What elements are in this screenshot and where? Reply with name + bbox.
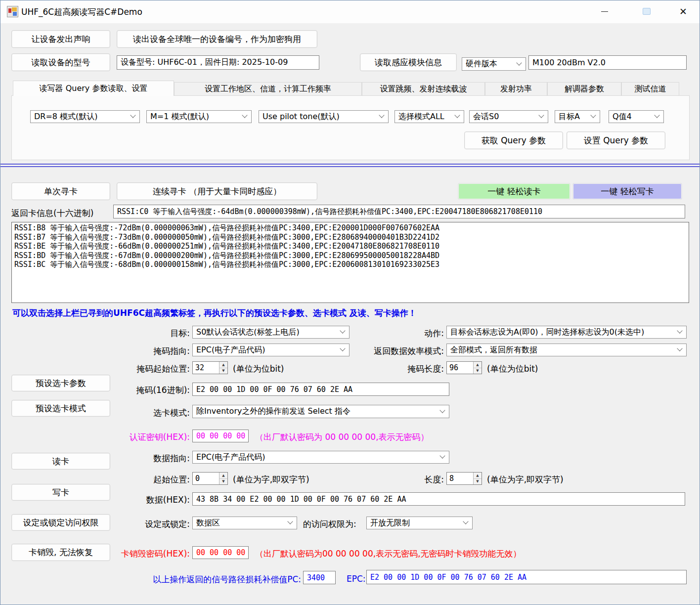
mask-hex-label: 掩码(16进制): — [50, 385, 190, 396]
mask-start-label: 掩码起始位置: — [50, 363, 190, 375]
q-value-dropdown[interactable]: Q值4 — [609, 110, 664, 123]
auth-key-note: （出厂默认密码为 00 00 00 00,表示无密码） — [255, 432, 429, 443]
log-line[interactable]: RSSI:B8 等于输入信号强度:-72dBm(0.000000063mW),信… — [14, 223, 686, 233]
return-info-field[interactable]: RSSI:C0 等于输入信号强度:-64dBm(0.000000398mW),信… — [113, 205, 685, 218]
start-pos-stepper[interactable]: 0 ▲▼ — [192, 472, 228, 485]
mask-len-stepper[interactable]: 96 ▲▼ — [446, 361, 482, 374]
pc-result-field[interactable]: 3400 — [303, 571, 336, 584]
read-serial-button[interactable]: 读出设备全球唯一的设备编号，作为加密狗用 — [117, 30, 317, 48]
kill-password-label: 卡销毁密码(HEX): — [50, 548, 190, 560]
perm-label: 的访问权限为: — [303, 519, 356, 530]
log-line[interactable]: RSSI:BC 等于输入信号强度:-68dBm(0.000000158mW),信… — [14, 260, 686, 269]
chevron-down-icon — [454, 112, 460, 118]
read-model-button[interactable]: 读取设备的型号 — [11, 53, 110, 71]
auth-key-label: 认证密钥(HEX): — [50, 432, 190, 443]
read-card-button[interactable]: 读卡 — [11, 453, 110, 470]
chevron-down-icon — [590, 112, 596, 118]
tab-test-channel[interactable]: 测试信道 — [621, 82, 679, 96]
epc-result-label: EPC: — [347, 574, 366, 584]
length-label: 长度: — [302, 474, 444, 485]
title-bar: UHF_6C超高频读写器C#Demo ✕ — [0, 0, 700, 23]
spin-down-button[interactable]: ▼ — [474, 368, 481, 374]
pc-result-label: 以上操作返回的信号路径损耗补偿值PC: — [114, 574, 301, 585]
tab-region-channel[interactable]: 设置工作地区、信道，计算工作频率 — [174, 82, 362, 96]
close-button[interactable]: ✕ — [671, 3, 695, 20]
card-select-mode-dropdown[interactable]: 除Inventory之外的操作前发送 Select 指令 — [192, 405, 449, 418]
target-dropdown[interactable]: 目标A — [555, 110, 600, 123]
return-info-label: 返回卡信息(十六进制) — [11, 208, 93, 219]
minimize-icon — [601, 11, 608, 12]
m-mode-dropdown[interactable]: M=1 模式(默认) — [146, 110, 252, 123]
card-log-listbox[interactable]: RSSI:B8 等于输入信号强度:-72dBm(0.000000063mW),信… — [11, 222, 689, 303]
close-icon: ✕ — [679, 7, 687, 16]
tab-tx-power[interactable]: 发射功率 — [485, 82, 547, 96]
spin-down-button[interactable]: ▼ — [474, 479, 481, 485]
mask-start-stepper[interactable]: 32 ▲▼ — [192, 361, 228, 374]
lock-bank-dropdown[interactable]: 数据区 — [192, 517, 297, 529]
log-line[interactable]: RSSI:B7 等于输入信号强度:-73dBm(0.000000050mW),信… — [14, 233, 686, 242]
chevron-down-icon — [379, 112, 384, 118]
mask-len-label: 掩码长度: — [302, 363, 444, 375]
length-stepper[interactable]: 8 ▲▼ — [446, 472, 482, 485]
window-title: UHF_6C超高频读写器C#Demo — [21, 6, 142, 18]
mask-hex-field[interactable]: E2 00 00 1D 00 0F 00 76 07 60 2E AA — [192, 383, 449, 396]
chevron-down-icon — [538, 112, 544, 118]
continuous-inventory-button[interactable]: 连续寻卡 （用于大量卡同时感应） — [117, 182, 317, 200]
chevron-down-icon — [439, 407, 445, 413]
mask-bank-label: 掩码指向: — [50, 346, 190, 357]
beep-button[interactable]: 让设备发出声响 — [11, 30, 110, 48]
target-label: 目标: — [50, 328, 190, 339]
data-bank-dropdown[interactable]: EPC(电子产品代码) — [192, 451, 449, 464]
pilot-tone-dropdown[interactable]: Use pilot tone(默认) — [259, 110, 389, 123]
data-hex-field[interactable]: 43 8B 34 00 E2 00 00 1D 00 0F 00 76 07 6… — [192, 492, 685, 506]
select-mode-label: 选卡模式: — [50, 407, 190, 419]
spin-up-button[interactable]: ▲ — [474, 362, 481, 368]
log-line[interactable]: RSSI:BE 等于输入信号强度:-66dBm(0.000000251mW),信… — [14, 242, 686, 251]
spin-down-button[interactable]: ▼ — [219, 368, 227, 374]
log-line[interactable]: RSSI:BD 等于输入信号强度:-67dBm(0.000000200mW),信… — [14, 251, 686, 260]
minimize-button[interactable] — [593, 3, 616, 20]
tab-hopping-carrier[interactable]: 设置跳频、发射连续载波 — [362, 82, 485, 96]
spin-up-button[interactable]: ▲ — [474, 473, 481, 479]
chevron-down-icon — [677, 328, 682, 333]
perm-dropdown[interactable]: 开放无限制 — [366, 517, 473, 529]
tab-query-params[interactable]: 读写器 Query 参数读取、设置 — [13, 81, 174, 96]
spin-up-button[interactable]: ▲ — [219, 362, 227, 368]
kill-password-field[interactable]: 00 00 00 00 — [192, 546, 249, 559]
chevron-down-icon — [463, 519, 468, 524]
set-query-button[interactable]: 设置 Query 参数 — [567, 131, 665, 149]
return-mode-dropdown[interactable]: 全部模式，返回所有数据 — [446, 344, 687, 356]
tab-demodulator[interactable]: 解调器参数 — [547, 82, 621, 96]
spin-down-button[interactable]: ▼ — [219, 479, 227, 485]
device-model-field[interactable]: 设备型号: UHF6C-01，固件日期: 2025-10-09 — [117, 55, 319, 70]
return-mode-label: 返回数据效率模式: — [302, 346, 444, 357]
easy-read-button[interactable]: 一键 轻松读卡 — [458, 183, 570, 200]
easy-write-button[interactable]: 一键 轻松写卡 — [572, 183, 682, 200]
chevron-down-icon — [242, 112, 247, 118]
hw-version-dropdown[interactable]: 硬件版本 — [462, 57, 526, 71]
get-query-button[interactable]: 获取 Query 参数 — [464, 131, 563, 149]
spin-up-button[interactable]: ▲ — [219, 473, 227, 479]
auth-key-field[interactable]: 00 00 00 00 — [192, 430, 249, 442]
epc-result-field[interactable]: E2 00 00 1D 00 0F 00 76 07 60 2E AA — [366, 570, 687, 584]
maximize-button[interactable] — [635, 3, 658, 20]
length-unit: (单位为字,即双字节) — [487, 474, 564, 485]
select-mode-dropdown[interactable]: 选择模式ALL — [394, 110, 464, 123]
hint-text: 可以双击选择上栏已寻到的UHF6C超高频繁标签，再执行以下的预设选卡参数、选卡模… — [12, 307, 417, 319]
data-hex-label: 数据(HEX): — [50, 494, 190, 506]
mask-len-unit: (单位为位bit) — [487, 363, 538, 375]
chevron-down-icon — [130, 112, 135, 118]
read-module-button[interactable]: 读取感应模块信息 — [360, 53, 457, 71]
chevron-down-icon — [439, 453, 445, 458]
maximize-icon — [643, 8, 651, 15]
chevron-down-icon — [654, 112, 659, 118]
action-dropdown[interactable]: 目标会话标志设为A(即0)，同时选择标志设为0(未选中) — [446, 326, 687, 339]
module-info-field[interactable]: M100 20dBm V2.0 — [528, 55, 687, 70]
single-inventory-button[interactable]: 单次寻卡 — [11, 182, 110, 200]
session-dropdown[interactable]: 会话S0 — [469, 110, 548, 123]
chevron-down-icon — [287, 519, 293, 524]
app-window: UHF_6C超高频读写器C#Demo ✕ 让设备发出声响 读出设备全球唯一的设备… — [0, 0, 700, 605]
kill-password-note: （出厂默认密码为00 00 00 00,表示无密码,无密码时卡销毁功能无效） — [255, 548, 522, 560]
lock-label: 设定或锁定: — [50, 519, 190, 530]
dr-mode-dropdown[interactable]: DR=8 模式(默认) — [30, 110, 140, 123]
